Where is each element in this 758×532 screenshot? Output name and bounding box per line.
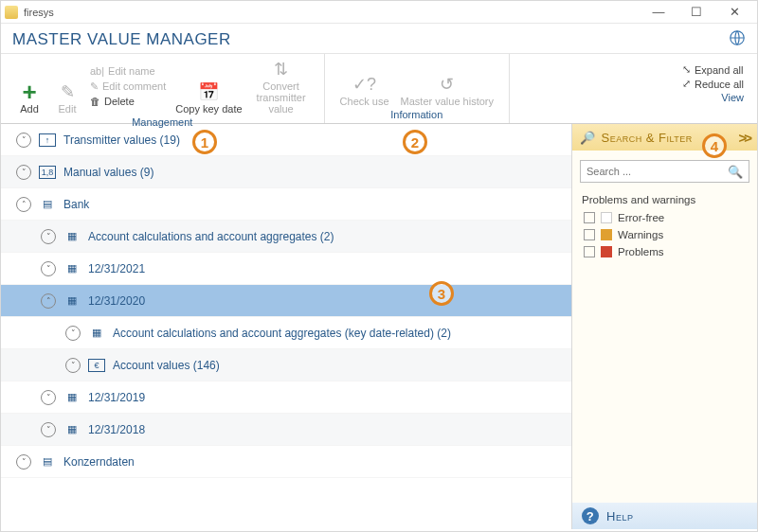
transmitter-icon: ↑ — [39, 133, 56, 147]
euro-icon: € — [88, 359, 105, 372]
tree-row-2018[interactable]: ˅ ▦ 12/31/2018 — [1, 414, 571, 446]
body: ˅ ↑ Transmitter values (19) ˅ 1,8 Manual… — [1, 124, 757, 529]
expand-all-button[interactable]: ⤡Expand all — [682, 63, 744, 76]
add-button[interactable]: + Add — [10, 58, 48, 115]
check-use-button[interactable]: ✓? Check use — [334, 58, 395, 107]
ribbon-group-view: ⤡Expand all ⤢Reduce all View — [673, 54, 757, 123]
chevron-down-icon[interactable]: ˅ — [41, 422, 56, 437]
checkbox[interactable] — [584, 246, 595, 257]
trash-icon: 🗑 — [90, 96, 100, 107]
minimize-button[interactable]: — — [640, 5, 677, 19]
ledger-icon: ▦ — [88, 326, 105, 341]
rename-icon: ab| — [90, 65, 104, 77]
tree: ˅ ↑ Transmitter values (19) ˅ 1,8 Manual… — [1, 124, 571, 529]
chevron-down-icon[interactable]: ˅ — [16, 165, 31, 180]
search-filter-title: Search & Filter — [602, 131, 693, 145]
chevron-up-icon[interactable]: ˄ — [16, 197, 31, 212]
close-button[interactable]: ✕ — [715, 5, 753, 19]
history-icon: ↺ — [440, 73, 454, 96]
copy-key-date-label: Copy key date — [175, 103, 242, 115]
document-icon: ▤ — [39, 454, 56, 470]
reduce-all-button[interactable]: ⤢Reduce all — [682, 78, 744, 90]
comment-icon: ✎ — [90, 80, 99, 93]
group-view-label: View — [682, 90, 744, 106]
tree-row-2019[interactable]: ˅ ▦ 12/31/2019 — [1, 381, 571, 414]
annotation-4: 4 — [702, 133, 727, 158]
calendar-copy-icon: 📅 — [198, 80, 219, 103]
filter-label: Problems — [618, 246, 664, 257]
tree-label: Transmitter values (19) — [63, 133, 180, 147]
globe-icon[interactable] — [729, 29, 746, 49]
edit-name-button[interactable]: ab|Edit name — [90, 63, 166, 79]
search-filter-header: 🔎 Search & Filter >> — [572, 124, 757, 151]
edit-button[interactable]: ✎ Edit — [48, 58, 86, 115]
filter-problems[interactable]: Problems — [572, 243, 757, 260]
chevron-down-icon[interactable]: ˅ — [41, 390, 56, 405]
copy-key-date-button[interactable]: 📅 Copy key date — [170, 58, 247, 115]
ledger-icon: ▦ — [63, 229, 81, 244]
convert-button[interactable]: ⇅ Convert transmitter value — [248, 58, 315, 115]
tree-label: 12/31/2020 — [88, 294, 145, 308]
edit-comment-button[interactable]: ✎Edit comment — [90, 79, 166, 94]
tree-row-transmitter[interactable]: ˅ ↑ Transmitter values (19) — [1, 124, 571, 156]
tree-label: Account values (146) — [113, 359, 220, 372]
tree-label: Konzerndaten — [63, 455, 135, 469]
chevron-down-icon[interactable]: ˅ — [16, 454, 31, 470]
chevron-down-icon[interactable]: ˅ — [16, 133, 31, 148]
history-button[interactable]: ↺ Master value history — [395, 58, 499, 107]
tree-row-bank[interactable]: ˄ ▤ Bank — [1, 188, 571, 221]
search-input[interactable] — [587, 166, 728, 177]
problems-warnings-title: Problems and warnings — [572, 190, 757, 209]
filter-error-free[interactable]: Error-free — [572, 209, 757, 226]
filter-label: Error-free — [618, 212, 664, 223]
folder-icon — [5, 6, 18, 19]
expand-icon: ⤡ — [682, 63, 691, 76]
convert-icon: ⇅ — [274, 58, 288, 80]
tree-row-2021[interactable]: ˅ ▦ 12/31/2021 — [1, 253, 571, 285]
group-information-label: Information — [334, 107, 499, 123]
search-icon[interactable]: 🔍 — [728, 165, 743, 179]
search-box[interactable]: 🔍 — [580, 160, 749, 183]
expand-panel-icon[interactable]: >> — [738, 130, 749, 146]
chevron-up-icon[interactable]: ˄ — [41, 293, 56, 309]
header: MASTER VALUE MANAGER — [1, 24, 757, 54]
chevron-down-icon[interactable]: ˅ — [65, 358, 81, 373]
convert-label: Convert transmitter value — [254, 80, 309, 115]
tree-row-account-values[interactable]: ˅ € Account values (146) — [1, 349, 571, 381]
chevron-down-icon[interactable]: ˅ — [65, 326, 81, 341]
tree-row-konzern[interactable]: ˅ ▤ Konzerndaten — [1, 446, 571, 478]
edit-stack: ab|Edit name ✎Edit comment 🗑Delete — [86, 58, 170, 115]
titlebar: firesys — ☐ ✕ — [1, 1, 757, 24]
tree-row-account-calc[interactable]: ˅ ▦ Account calculations and account agg… — [1, 221, 571, 253]
pencil-icon: ✎ — [61, 80, 75, 103]
swatch-red — [601, 246, 612, 257]
binoculars-icon: 🔎 — [580, 131, 596, 145]
annotation-1: 1 — [192, 130, 217, 154]
plus-icon: + — [22, 80, 36, 103]
help-icon: ? — [582, 507, 599, 524]
history-label: Master value history — [401, 96, 494, 107]
check-icon: ✓? — [352, 73, 376, 96]
tree-label: Manual values (9) — [63, 166, 153, 179]
checkbox[interactable] — [584, 212, 595, 223]
chevron-down-icon[interactable]: ˅ — [41, 261, 56, 276]
delete-button[interactable]: 🗑Delete — [90, 94, 166, 109]
tree-label: 12/31/2019 — [88, 391, 145, 404]
calendar-icon: ▦ — [63, 261, 81, 276]
help-label: Help — [606, 509, 633, 523]
tree-row-manual[interactable]: ˅ 1,8 Manual values (9) — [1, 156, 571, 188]
tree-row-2020[interactable]: ˄ ▦ 12/31/2020 — [1, 285, 571, 317]
check-use-label: Check use — [340, 96, 389, 107]
help-bar[interactable]: ? Help — [572, 503, 757, 529]
tree-row-account-calc-kd[interactable]: ˅ ▦ Account calculations and account agg… — [1, 317, 571, 349]
filter-warnings[interactable]: Warnings — [572, 226, 757, 243]
calendar-icon: ▦ — [63, 293, 81, 309]
tree-label: Bank — [63, 198, 89, 211]
swatch-white — [601, 212, 612, 223]
maximize-button[interactable]: ☐ — [677, 5, 715, 19]
chevron-down-icon[interactable]: ˅ — [41, 229, 56, 244]
add-label: Add — [20, 103, 39, 115]
tree-label: Account calculations and account aggrega… — [113, 327, 451, 340]
checkbox[interactable] — [584, 229, 595, 240]
calendar-icon: ▦ — [63, 422, 81, 437]
